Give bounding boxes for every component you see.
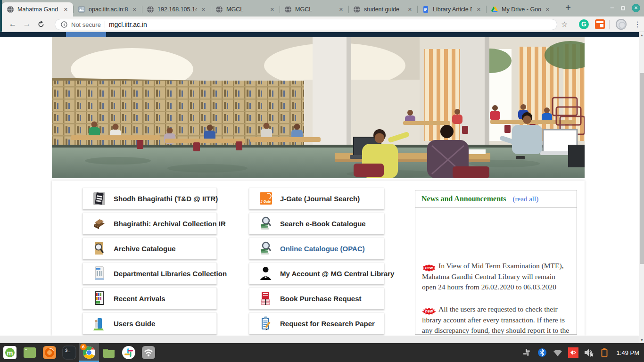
link-recent-arrivals[interactable]: Recent Arrivals <box>83 288 217 309</box>
link-label: Recent Arrivals <box>114 295 165 303</box>
tab-ip-address[interactable]: 192.168.105.14 ✕ <box>142 2 211 16</box>
firefox-icon <box>42 346 57 360</box>
close-tab-icon[interactable]: ✕ <box>544 6 551 13</box>
anydesk-icon[interactable] <box>568 347 578 358</box>
tab-mahatma-gandhi[interactable]: Mahatma Gand ✕ <box>2 2 73 16</box>
site-nav-active-item[interactable] <box>66 32 106 37</box>
link-label: Bhagirathi: Archival Collection IR <box>114 220 226 228</box>
back-icon[interactable]: ← <box>6 19 20 29</box>
new-tab-button[interactable]: + <box>561 1 575 15</box>
orange-extension-icon[interactable] <box>595 19 605 29</box>
link-bhagirathi-archival[interactable]: Bhagirathi: Archival Collection IR <box>83 213 217 234</box>
close-tab-icon[interactable]: ✕ <box>269 6 276 13</box>
close-tab-icon[interactable]: ✕ <box>406 6 413 13</box>
chrome-notification-badge: 6 <box>80 344 87 350</box>
ebook-search-icon <box>259 216 272 231</box>
link-search-ebook-catalogue[interactable]: Search e-Book Catalogue <box>249 213 384 234</box>
scroll-down-icon[interactable]: ▼ <box>639 337 644 343</box>
minimize-window-icon[interactable]: − <box>610 4 614 12</box>
file-manager-launcher[interactable] <box>99 343 119 362</box>
link-users-guide[interactable]: Users Guide <box>83 313 217 334</box>
news-read-all-link[interactable]: (read all) <box>513 195 539 203</box>
link-label: Online Catalogue (OPAC) <box>280 245 365 253</box>
close-tab-icon[interactable]: ✕ <box>131 6 138 13</box>
news-item-text: All the users are requested to check the… <box>422 305 569 334</box>
bluetooth-icon[interactable] <box>537 347 547 358</box>
link-book-purchase-request[interactable]: Book Purchase Request <box>249 288 384 309</box>
user-kiosk-icon <box>93 316 106 331</box>
slack-icon <box>122 346 136 360</box>
terminal-icon: $_ <box>62 346 76 360</box>
profile-avatar[interactable] <box>616 19 627 30</box>
battery-icon[interactable] <box>599 347 610 358</box>
network-tool-launcher[interactable] <box>139 343 158 362</box>
link-online-catalogue-opac[interactable]: Online Catalogue (OPAC) <box>249 238 384 259</box>
tab-mgcl-2[interactable]: MGCL ✕ <box>280 2 348 16</box>
slack-launcher[interactable] <box>119 343 139 362</box>
bookmark-star-icon[interactable]: ☆ <box>561 20 568 29</box>
browser-menu-icon[interactable]: ⋮ <box>633 18 642 31</box>
grammarly-extension-icon[interactable]: G <box>579 19 589 29</box>
link-jgate[interactable]: J-Gate J-Gate (Journal Search) <box>249 188 384 209</box>
close-tab-icon[interactable]: ✕ <box>338 6 345 13</box>
tab-title: 192.168.105.14 <box>157 6 197 13</box>
network-signal-icon[interactable] <box>553 347 563 358</box>
forward-icon[interactable]: → <box>20 19 34 29</box>
link-label: Archive Catalogue <box>114 245 176 253</box>
tab-my-drive[interactable]: My Drive - Goo ✕ <box>486 2 555 16</box>
linux-mint-icon: m <box>3 346 17 360</box>
restore-window-icon[interactable] <box>621 6 625 10</box>
close-tab-icon[interactable]: ✕ <box>475 6 482 13</box>
tab-mgcl-1[interactable]: MGCL ✕ <box>211 2 280 16</box>
news-header: News and Announcements (read all) <box>415 190 577 208</box>
news-panel: News and Announcements (read all) newIn … <box>415 190 577 335</box>
link-departmental-libraries[interactable]: Departmental Libraries Collection <box>83 263 217 284</box>
tab-title: Library Article D <box>433 6 472 13</box>
close-tab-icon[interactable]: ✕ <box>62 6 69 13</box>
link-request-research-paper[interactable]: Request for Research Paper <box>249 313 384 334</box>
scroll-up-icon[interactable]: ▲ <box>639 32 644 38</box>
globe-icon <box>284 6 292 13</box>
link-shodh-bhagirathi[interactable]: Shodh Bhagirathi (T&D @ IITR) <box>83 188 217 209</box>
link-label: My Account @ MG Central Library <box>280 270 394 278</box>
firefox-launcher[interactable] <box>40 343 59 362</box>
url-text[interactable]: mgcl.iitr.ac.in <box>109 21 147 28</box>
bookshelf-icon <box>93 291 106 306</box>
toolbar-separator <box>609 20 610 29</box>
archive-search-icon <box>93 241 106 256</box>
globe-icon <box>215 6 223 13</box>
address-bar[interactable]: Not secure mgcl.iitr.ac.in <box>55 19 557 30</box>
slack-tray-icon[interactable] <box>521 347 532 358</box>
desktop-screen: Mahatma Gand ✕ opac.iitr.ac.in:8 ✕ 192.1… <box>0 0 644 362</box>
chrome-launcher[interactable]: 6 <box>79 343 99 362</box>
link-archive-catalogue[interactable]: Archive Catalogue <box>83 238 217 259</box>
archive-box-icon <box>93 216 106 231</box>
tab-title: My Drive - Goo <box>502 6 541 13</box>
security-label: Not secure <box>71 21 101 28</box>
link-my-account[interactable]: My Account @ MG Central Library <box>249 263 384 284</box>
tab-title: Mahatma Gand <box>17 6 59 13</box>
site-navbar <box>0 32 639 37</box>
link-label: Shodh Bhagirathi (T&D @ IITR) <box>114 195 218 203</box>
scrollbar-thumb[interactable] <box>640 73 644 264</box>
google-docs-icon <box>422 6 429 13</box>
page-scrollbar[interactable]: ▲ ▼ <box>639 32 644 343</box>
globe-icon <box>147 6 154 13</box>
close-tab-icon[interactable]: ✕ <box>200 6 207 13</box>
tab-library-article[interactable]: Library Article D ✕ <box>417 2 486 16</box>
new-badge-icon: new <box>422 264 436 272</box>
taskbar-clock[interactable]: 1:49 PM <box>617 349 639 356</box>
volume-muted-icon[interactable] <box>584 347 594 358</box>
mint-menu-button[interactable]: m <box>0 343 20 362</box>
terminal-launcher[interactable]: $_ <box>59 343 79 362</box>
tab-student-guide[interactable]: student guide ✕ <box>348 2 417 16</box>
link-label: Users Guide <box>114 320 155 328</box>
opac-search-icon <box>259 241 272 256</box>
reload-icon[interactable] <box>34 20 48 28</box>
show-desktop-button[interactable] <box>20 343 40 362</box>
close-window-icon[interactable]: ✕ <box>632 4 640 12</box>
info-icon[interactable] <box>61 21 67 28</box>
tab-opac[interactable]: opac.iitr.ac.in:8 ✕ <box>73 2 142 16</box>
image-icon <box>78 6 85 13</box>
link-label: Request for Research Paper <box>280 320 375 328</box>
